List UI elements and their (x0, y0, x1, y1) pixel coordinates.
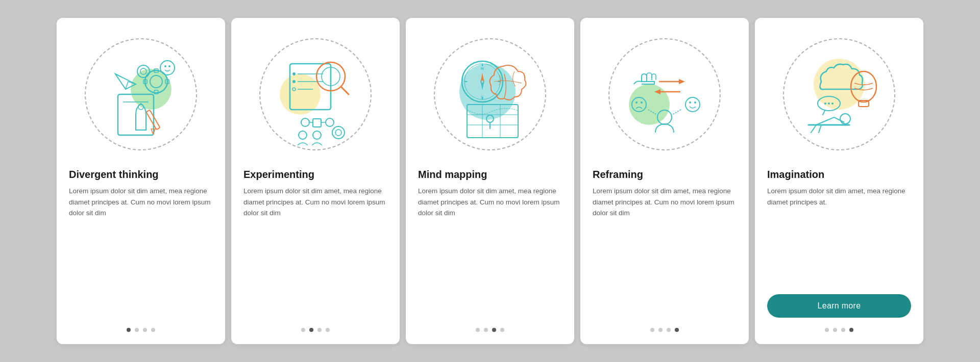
imagination-icon (788, 43, 890, 145)
svg-text:N: N (481, 66, 484, 71)
card-1-illustration (75, 28, 207, 161)
dot-1 (650, 328, 654, 332)
svg-point-11 (137, 65, 150, 77)
dot-1 (127, 328, 131, 332)
dot-2 (135, 328, 139, 332)
svg-point-66 (824, 102, 826, 105)
svg-point-26 (301, 118, 309, 126)
dot-2 (484, 328, 488, 332)
svg-point-14 (164, 65, 166, 67)
svg-point-55 (689, 101, 691, 104)
svg-point-31 (299, 131, 307, 139)
svg-point-56 (694, 101, 696, 104)
svg-marker-52 (654, 89, 660, 94)
experimenting-icon (264, 43, 366, 145)
dot-4 (675, 328, 679, 332)
dot-3 (317, 328, 322, 332)
reframing-icon (614, 43, 716, 145)
dot-2 (309, 328, 313, 332)
card-5-text: Lorem ipsum dolor sit dim amet, mea regi… (767, 186, 911, 286)
card-1-text: Lorem ipsum dolor sit dim amet, mea regi… (69, 186, 213, 318)
svg-point-34 (335, 130, 341, 136)
dot-1 (825, 328, 829, 332)
svg-point-54 (685, 97, 700, 112)
svg-point-15 (168, 65, 170, 67)
svg-point-13 (160, 61, 175, 75)
card-4-title: Reframing (593, 169, 737, 180)
card-3-text: Lorem ipsum dolor sit dim amet, mea regi… (418, 186, 562, 318)
card-divergent-thinking: Divergent thinking Lorem ipsum dolor sit… (57, 18, 225, 344)
svg-point-22 (292, 88, 296, 91)
dot-1 (476, 328, 480, 332)
svg-point-60 (851, 71, 876, 102)
cards-container: Divergent thinking Lorem ipsum dolor sit… (36, 3, 944, 359)
card-4-illustration (598, 28, 731, 161)
card-5-title: Imagination (767, 169, 911, 180)
svg-point-21 (292, 80, 296, 83)
learn-more-button[interactable]: Learn more (767, 294, 911, 318)
card-1-title: Divergent thinking (69, 169, 213, 180)
card-2-illustration (249, 28, 382, 161)
dot-3 (841, 328, 845, 332)
card-2-text: Lorem ipsum dolor sit dim amet, mea regi… (243, 186, 387, 318)
svg-rect-27 (313, 119, 321, 127)
svg-point-20 (292, 72, 296, 75)
svg-point-50 (486, 115, 494, 122)
dot-1 (301, 328, 305, 332)
card-5-dots (767, 328, 911, 332)
card-3-dots (418, 328, 562, 332)
dot-3 (667, 328, 671, 332)
card-2-title: Experimenting (243, 169, 387, 180)
svg-marker-51 (679, 79, 685, 84)
svg-point-53 (657, 110, 672, 124)
svg-point-6 (150, 75, 162, 88)
dot-3 (143, 328, 147, 332)
card-imagination: Imagination Lorem ipsum dolor sit dim am… (755, 18, 923, 344)
dot-3 (492, 328, 496, 332)
svg-point-64 (840, 114, 850, 124)
card-experimenting: Experimenting Lorem ipsum dolor sit dim … (231, 18, 400, 344)
svg-rect-16 (290, 64, 331, 110)
card-reframing: Reframing Lorem ipsum dolor sit dim amet… (580, 18, 749, 344)
svg-point-32 (313, 131, 321, 139)
svg-point-57 (632, 97, 646, 112)
dot-2 (658, 328, 663, 332)
svg-point-67 (828, 102, 830, 105)
svg-marker-44 (480, 80, 484, 90)
svg-point-68 (831, 102, 834, 105)
dot-4 (500, 328, 504, 332)
svg-line-24 (341, 87, 349, 94)
card-3-title: Mind mapping (418, 169, 562, 180)
card-3-illustration: N S (424, 28, 556, 161)
svg-point-2 (138, 105, 143, 110)
divergent-thinking-icon (90, 43, 192, 145)
dot-4 (151, 328, 155, 332)
card-2-dots (243, 328, 387, 332)
dot-4 (849, 328, 853, 332)
svg-text:S: S (481, 95, 483, 99)
svg-point-12 (140, 68, 146, 74)
mind-mapping-icon: N S (439, 43, 541, 145)
card-4-dots (593, 328, 737, 332)
card-1-dots (69, 328, 213, 332)
card-mind-mapping: N S (406, 18, 574, 344)
card-4-text: Lorem ipsum dolor sit dim amet, mea regi… (593, 186, 737, 318)
svg-point-58 (635, 101, 638, 104)
card-5-illustration (773, 28, 905, 161)
svg-point-33 (332, 126, 345, 139)
dot-4 (326, 328, 330, 332)
svg-point-59 (641, 101, 643, 104)
svg-point-30 (326, 118, 334, 126)
dot-2 (833, 328, 837, 332)
